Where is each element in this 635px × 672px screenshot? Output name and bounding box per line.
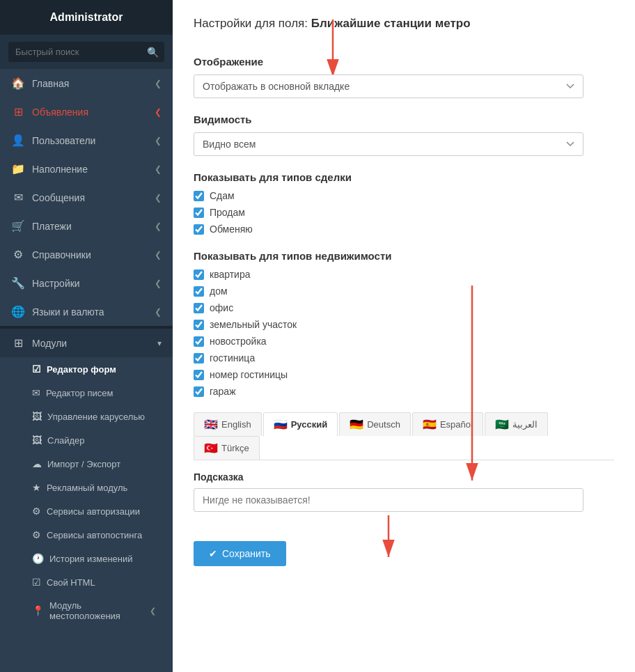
content-area: Настройки для поля: Ближайшие станции ме… xyxy=(173,0,635,672)
property-type-item-4[interactable]: новостройка xyxy=(194,336,614,347)
sub-item-history[interactable]: 🕐 История изменений xyxy=(0,547,173,570)
save-icon: ✔ xyxy=(209,548,217,559)
chevron-ads: ❮ xyxy=(155,107,162,117)
save-button[interactable]: ✔ Сохранить xyxy=(194,541,286,566)
settings-icon: 🔧 xyxy=(11,276,25,290)
sub-item-autopost-services[interactable]: ⚙ Сервисы автопостинга xyxy=(0,523,173,547)
autopost-services-icon: ⚙ xyxy=(32,529,41,540)
property-type-label-2: офис xyxy=(210,302,233,313)
chevron-modules: ▾ xyxy=(157,338,162,348)
property-type-item-0[interactable]: квартира xyxy=(194,269,614,280)
sub-item-custom-html[interactable]: ☑ Свой HTML xyxy=(0,570,173,594)
property-type-label-0: квартира xyxy=(210,269,250,280)
lang-label-ru: Русский xyxy=(291,419,328,430)
admin-title: Administrator xyxy=(50,11,123,23)
lang-tab-es[interactable]: 🇪🇸 Español xyxy=(412,412,483,436)
sub-label-location-module: Модуль местоположения xyxy=(49,600,150,621)
sub-label-slider: Слайдер xyxy=(47,435,85,446)
lang-tab-ru[interactable]: 🇷🇺 Русский xyxy=(263,412,338,437)
property-type-item-2[interactable]: офис xyxy=(194,302,614,313)
nav-label-home: Главная xyxy=(32,78,69,89)
flag-ru: 🇷🇺 xyxy=(274,418,288,431)
deal-type-label-0: Сдам xyxy=(210,190,235,201)
sub-label-letter-editor: Редактор писем xyxy=(46,388,113,398)
nav-item-modules[interactable]: ⊞ Модули ▾ xyxy=(0,329,173,357)
property-type-check-5[interactable] xyxy=(194,353,204,364)
lang-label-es: Español xyxy=(440,419,473,430)
chevron-messages: ❮ xyxy=(155,193,162,203)
lang-tabs: 🇬🇧 English 🇷🇺 Русский 🇩🇪 Deutsch 🇪🇸 Espa… xyxy=(194,412,614,460)
sub-item-auth-services[interactable]: ⚙ Сервисы авторизации xyxy=(0,499,173,523)
display-select[interactable]: Отображать в основной вкладке Скрыть xyxy=(194,75,583,98)
import-export-icon: ☁ xyxy=(32,458,42,469)
nav-item-languages[interactable]: 🌐 Языки и валюта ❮ xyxy=(0,297,173,326)
property-type-label-1: дом xyxy=(210,286,228,297)
messages-icon: ✉ xyxy=(11,191,25,204)
lang-tab-de[interactable]: 🇩🇪 Deutsch xyxy=(339,412,411,436)
flag-de: 🇩🇪 xyxy=(350,418,363,431)
nav-item-payments[interactable]: 🛒 Платежи ❮ xyxy=(0,212,173,240)
nav-label-payments: Платежи xyxy=(32,221,72,232)
letter-editor-icon: ✉ xyxy=(32,387,40,398)
flag-ar: 🇸🇦 xyxy=(495,418,509,431)
deal-type-check-2[interactable] xyxy=(194,224,204,235)
property-type-item-5[interactable]: гостиница xyxy=(194,352,614,364)
hint-input[interactable] xyxy=(194,488,583,512)
search-input[interactable] xyxy=(8,42,164,62)
deal-type-item-1[interactable]: Продам xyxy=(194,207,614,218)
property-type-label-7: гараж xyxy=(210,386,236,397)
page-title: Настройки для поля: Ближайшие станции ме… xyxy=(194,17,614,39)
sub-item-import-export[interactable]: ☁ Импорт / Экспорт xyxy=(0,452,173,476)
deal-type-check-0[interactable] xyxy=(194,191,204,201)
nav-item-users[interactable]: 👤 Пользователи ❮ xyxy=(0,126,173,155)
flag-es: 🇪🇸 xyxy=(423,418,437,431)
property-type-item-3[interactable]: земельный участок xyxy=(194,319,614,330)
nav-label-users: Пользователи xyxy=(32,135,95,146)
display-section: Отображение Отображать в основной вкладк… xyxy=(194,56,614,98)
display-title: Отображение xyxy=(194,56,614,68)
property-type-check-3[interactable] xyxy=(194,320,204,330)
property-type-check-4[interactable] xyxy=(194,336,204,347)
nav-item-content[interactable]: 📁 Наполнение ❮ xyxy=(0,155,173,183)
sub-label-custom-html: Свой HTML xyxy=(47,577,95,588)
lang-tab-ar[interactable]: 🇸🇦 العربية xyxy=(485,412,548,436)
deal-type-item-2[interactable]: Обменяю xyxy=(194,224,614,235)
modules-icon: ⊞ xyxy=(11,336,25,350)
chevron-settings: ❮ xyxy=(155,279,162,288)
deal-types-group: Сдам Продам Обменяю xyxy=(194,190,614,235)
property-type-item-7[interactable]: гараж xyxy=(194,386,614,397)
lang-tab-en[interactable]: 🇬🇧 English xyxy=(194,412,262,436)
property-type-check-0[interactable] xyxy=(194,269,204,280)
nav-label-messages: Сообщения xyxy=(32,192,85,203)
sub-item-slider[interactable]: 🖼 Слайдер xyxy=(0,428,173,452)
form-editor-icon: ☑ xyxy=(32,364,41,375)
nav-label-settings: Настройки xyxy=(32,278,80,289)
property-type-check-1[interactable] xyxy=(194,286,204,297)
property-type-item-1[interactable]: дом xyxy=(194,286,614,297)
sub-item-form-editor[interactable]: ☑ Редактор форм xyxy=(0,357,173,381)
visibility-select[interactable]: Видно всем Только администратор xyxy=(194,132,583,156)
nav-label-ads: Объявления xyxy=(32,107,88,118)
nav-label-references: Справочники xyxy=(32,249,91,260)
nav-item-home[interactable]: 🏠 Главная ❮ xyxy=(0,69,173,97)
sub-label-form-editor: Редактор форм xyxy=(47,364,116,375)
sidebar-search-area: 🔍 xyxy=(0,35,173,69)
sub-item-carousel[interactable]: 🖼 Управление каруселью xyxy=(0,405,173,428)
property-type-check-2[interactable] xyxy=(194,303,204,313)
content-icon: 📁 xyxy=(11,162,25,175)
property-type-item-6[interactable]: номер гостиницы xyxy=(194,369,614,380)
sub-item-location-module[interactable]: 📍 Модуль местоположения ❮ xyxy=(0,594,173,627)
property-type-check-7[interactable] xyxy=(194,386,204,397)
deal-type-check-1[interactable] xyxy=(194,208,204,218)
save-label: Сохранить xyxy=(222,548,271,559)
lang-tab-tr[interactable]: 🇹🇷 Türkçe xyxy=(194,436,260,460)
nav-item-messages[interactable]: ✉ Сообщения ❮ xyxy=(0,183,173,212)
sub-item-letter-editor[interactable]: ✉ Редактор писем xyxy=(0,381,173,405)
nav-item-settings[interactable]: 🔧 Настройки ❮ xyxy=(0,269,173,297)
nav-item-ads[interactable]: ⊞ Объявления ❮ xyxy=(0,97,173,126)
flag-en: 🇬🇧 xyxy=(204,418,218,431)
sub-item-ads-module[interactable]: ★ Рекламный модуль xyxy=(0,476,173,499)
deal-type-item-0[interactable]: Сдам xyxy=(194,190,614,201)
nav-item-references[interactable]: ⚙ Справочники ❮ xyxy=(0,240,173,269)
property-type-check-6[interactable] xyxy=(194,370,204,380)
